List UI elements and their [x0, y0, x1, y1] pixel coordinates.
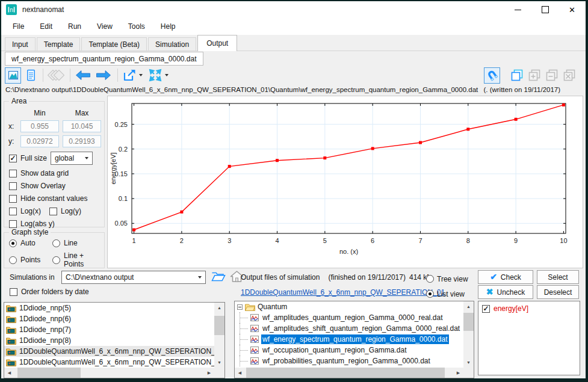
chart-view-button[interactable]: [5, 67, 21, 84]
option-checkbox[interactable]: [9, 195, 17, 203]
log-y-label: Log(y): [61, 207, 81, 215]
minimize-icon: [515, 10, 521, 10]
magnet-button[interactable]: [484, 67, 500, 84]
graph-style-radio[interactable]: [52, 256, 60, 264]
check-button[interactable]: Check: [478, 270, 533, 284]
menu-item[interactable]: Run: [60, 19, 89, 34]
folder-list-item[interactable]: 1Ddiode_nnp(5): [4, 303, 224, 313]
scroll-thumb[interactable]: [17, 368, 81, 378]
svg-text:0.2: 0.2: [119, 146, 128, 153]
view-mode-radio[interactable]: [426, 275, 434, 283]
minimize-button[interactable]: [504, 1, 531, 18]
folder-list-item[interactable]: 1DDoubleQuantumWell_6_x_6nm_nnp_QW_SEPER…: [4, 346, 224, 357]
main-tab[interactable]: Template: [37, 37, 81, 51]
folder-list-item[interactable]: 1Ddiode_nnp(8): [4, 335, 224, 346]
menu-item[interactable]: View: [89, 19, 120, 34]
main-tab[interactable]: Output: [197, 35, 237, 51]
folder-list-item[interactable]: 1Ddiode_nnp(7): [4, 324, 224, 335]
overlay-stack-button: [46, 67, 66, 84]
view-mode-label: List view: [437, 290, 465, 298]
x-max-field[interactable]: 10.045: [63, 120, 101, 132]
scroll-up-icon[interactable]: ▲: [214, 303, 224, 313]
new-page-button[interactable]: [509, 67, 525, 84]
scroll-up-icon[interactable]: ▲: [463, 301, 474, 312]
export-dropdown-caret[interactable]: [139, 74, 143, 76]
scroll-right-icon[interactable]: ▶: [453, 368, 463, 378]
graph-style-radio[interactable]: [9, 256, 17, 264]
uncheck-icon: [486, 288, 494, 297]
y-min-field[interactable]: 0.02972: [20, 135, 59, 147]
x-min-field[interactable]: 0.955: [20, 120, 59, 132]
graph-style-radio[interactable]: [52, 239, 60, 247]
back-button[interactable]: [73, 67, 93, 84]
full-size-checkbox[interactable]: [9, 155, 17, 162]
uncheck-button[interactable]: Uncheck: [478, 285, 533, 299]
main-tab[interactable]: Input: [5, 37, 36, 51]
tree-file-row[interactable]: wf_energy_spectrum_quantum_region_Gamma_…: [235, 334, 474, 345]
tree-file-row[interactable]: wf_probabilities_quantum_region_Gamma_00…: [235, 356, 474, 366]
scroll-left-icon[interactable]: ◀: [235, 368, 245, 378]
file-path-bar: C:\D\nextnano output\1DDoubleQuantumWell…: [5, 86, 583, 96]
svg-text:n: n: [10, 7, 13, 13]
scroll-thumb[interactable]: [463, 313, 474, 331]
remove-page-button: [543, 67, 560, 84]
menu-item[interactable]: Help: [153, 19, 184, 34]
option-checkbox[interactable]: [9, 182, 17, 190]
main-tab[interactable]: Simulation: [148, 37, 196, 51]
option-checkbox[interactable]: [9, 170, 17, 177]
tree-file-row[interactable]: wf_occupation_quantum_region_Gamma.dat: [235, 345, 474, 356]
curve-checkbox[interactable]: [482, 305, 490, 313]
fit-view-dropdown-caret[interactable]: [165, 74, 169, 76]
simulation-folder-link[interactable]: 1DDoubleQuantumWell_6_x_6nm_nnp_QW_SEPER…: [241, 288, 445, 297]
file-name: wf_amplitudes_shift_quantum_region_Gamma…: [261, 324, 461, 333]
fit-view-button[interactable]: [147, 67, 163, 84]
tree-root-row[interactable]: Quantum: [235, 301, 474, 312]
close-button[interactable]: ✕: [559, 1, 586, 18]
tree-file-row[interactable]: wf_amplitudes_quantum_region_Gamma_0000_…: [235, 312, 474, 323]
scroll-thumb[interactable]: [214, 316, 224, 335]
deselect-button[interactable]: Deselect: [537, 285, 579, 299]
select-button[interactable]: Select: [537, 270, 579, 284]
folder-list-item[interactable]: 1DDoubleQuantumWell_6_x_6nm_nnp_QW_SEPER…: [4, 357, 224, 368]
file-tree-vscrollbar[interactable]: ▲ ▼: [463, 301, 474, 368]
menu-item[interactable]: Tools: [120, 19, 153, 34]
folder-list-vscrollbar[interactable]: ▲ ▼: [214, 303, 224, 368]
file-tree-hscrollbar[interactable]: ◀ ▶: [235, 368, 463, 378]
collapse-expander-icon[interactable]: [237, 304, 243, 310]
scroll-thumb[interactable]: [246, 368, 445, 378]
main-tab-strip: InputTemplateTemplate (Beta)SimulationOu…: [1, 35, 586, 51]
log-x-checkbox[interactable]: [9, 208, 17, 215]
document-tab[interactable]: wf_energy_spectrum_quantum_region_Gamma_…: [5, 52, 203, 66]
main-tab[interactable]: Template (Beta): [81, 37, 147, 51]
maximize-button[interactable]: [531, 1, 559, 18]
scroll-right-icon[interactable]: ▶: [204, 368, 214, 378]
scroll-left-icon[interactable]: ◀: [4, 368, 14, 378]
graph-style-panel: Graph style Auto Line Points: [4, 232, 105, 268]
scrollbar-corner: [463, 368, 474, 378]
text-view-button[interactable]: [22, 67, 39, 84]
curve-list-item[interactable]: energy[eV]: [478, 301, 580, 313]
remove-page-icon: [545, 69, 559, 82]
scroll-down-icon[interactable]: ▼: [463, 357, 474, 368]
menu-item[interactable]: Edit: [32, 19, 60, 34]
folder-list-item[interactable]: 1Ddiode_nnp(6): [4, 313, 224, 324]
forward-button[interactable]: [94, 67, 113, 84]
finished-date: (finished on 19/11/2017): [328, 273, 406, 282]
log-y-checkbox[interactable]: [49, 208, 57, 215]
order-folders-checkbox[interactable]: [10, 288, 17, 296]
folder-list-hscrollbar[interactable]: ◀ ▶: [4, 368, 214, 378]
log-abs-y-checkbox[interactable]: [9, 220, 17, 228]
view-mode-radio[interactable]: [426, 290, 434, 298]
scroll-down-icon[interactable]: ▼: [214, 357, 224, 368]
y-max-field[interactable]: 0.29193: [63, 135, 101, 147]
graph-style-title: Graph style: [9, 228, 51, 236]
graph-style-radio[interactable]: [9, 239, 17, 247]
export-button[interactable]: [121, 67, 137, 84]
browse-folder-button[interactable]: [211, 270, 226, 285]
tree-file-row[interactable]: wf_amplitudes_shift_quantum_region_Gamma…: [235, 323, 474, 334]
simulations-folder-combo[interactable]: C:\D\nextnano output: [61, 271, 206, 284]
svg-text:1: 1: [132, 237, 136, 244]
full-size-scope-dropdown[interactable]: global: [51, 152, 93, 165]
menu-item[interactable]: File: [5, 19, 32, 34]
chart-panel[interactable]: 123456789100.050.10.150.20.25no. (x)ener…: [107, 96, 583, 268]
